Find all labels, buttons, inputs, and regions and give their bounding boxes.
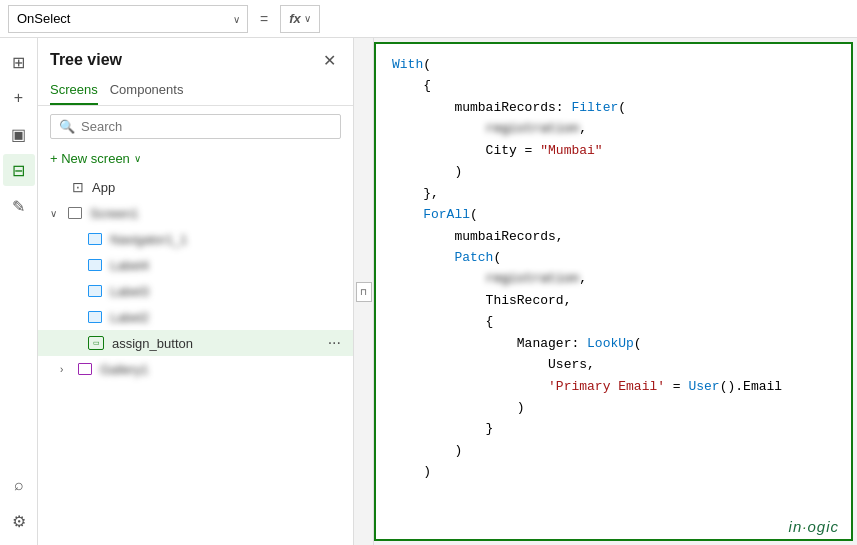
- watermark-text: in·ogic: [789, 518, 839, 535]
- sidebar-item-insert[interactable]: ▣: [3, 118, 35, 150]
- code-line-1: With(: [392, 54, 835, 75]
- screen-icon: [68, 207, 82, 219]
- sidebar-item-search[interactable]: ⌕: [3, 469, 35, 501]
- tree-item-screen1[interactable]: ∨ Screen1: [38, 200, 353, 226]
- search-box: 🔍: [50, 114, 341, 139]
- gallery1-label: Gallery1: [100, 362, 341, 377]
- label3-icon: [88, 285, 102, 297]
- tree-item-gallery1[interactable]: › Gallery1: [38, 356, 353, 382]
- code-line-9: mumbaiRecords,: [392, 226, 835, 247]
- sidebar-item-add[interactable]: +: [3, 82, 35, 114]
- tree-tabs: Screens Components: [38, 78, 353, 106]
- watermark: in·ogic: [789, 518, 839, 535]
- top-bar: OnSelect ∨ = fx ∨: [0, 0, 857, 38]
- code-line-17: ): [392, 397, 835, 418]
- icon-bar: ⊞ + ▣ ⊟ ✎ ⌕ ⚙: [0, 38, 38, 545]
- fx-chevron: ∨: [304, 13, 311, 24]
- code-line-15: Users,: [392, 354, 835, 375]
- gallery1-chevron: ›: [60, 364, 74, 375]
- code-line-18: }: [392, 418, 835, 439]
- assign-button-icon: ▭: [88, 336, 104, 350]
- tab-screens[interactable]: Screens: [50, 78, 98, 105]
- sidebar-item-edit[interactable]: ✎: [3, 190, 35, 222]
- new-screen-label: + New screen: [50, 151, 130, 166]
- code-line-6: ): [392, 161, 835, 182]
- tree-item-label4[interactable]: Label4: [38, 252, 353, 278]
- code-line-14: Manager: LookUp(: [392, 333, 835, 354]
- code-line-7: },: [392, 183, 835, 204]
- tree-body: ⊡ App ∨ Screen1 Navigator1_1: [38, 174, 353, 545]
- code-line-19: ): [392, 440, 835, 461]
- label3-label: Label3: [110, 284, 341, 299]
- tree-item-label3[interactable]: Label3: [38, 278, 353, 304]
- nav1-label: Navigator1_1: [110, 232, 341, 247]
- label2-label: Label2: [110, 310, 341, 325]
- expand-handle[interactable]: ⊓: [356, 282, 372, 302]
- screen1-chevron: ∨: [50, 208, 64, 219]
- code-panel[interactable]: With( { mumbaiRecords: Filter( registrat…: [374, 42, 853, 541]
- label2-icon: [88, 311, 102, 323]
- app-icon: ⊡: [72, 179, 84, 195]
- search-icon: 🔍: [59, 119, 75, 134]
- screen1-label: Screen1: [90, 206, 341, 221]
- new-screen-button[interactable]: + New screen ∨: [38, 147, 353, 170]
- assign-button-label: assign_button: [112, 336, 324, 351]
- sidebar-item-gear[interactable]: ⚙: [3, 505, 35, 537]
- code-line-12: ThisRecord,: [392, 290, 835, 311]
- code-line-3: mumbaiRecords: Filter(: [392, 97, 835, 118]
- label4-label: Label4: [110, 258, 341, 273]
- tree-panel: Tree view ✕ Screens Components 🔍 + New s…: [38, 38, 354, 545]
- code-line-8: ForAll(: [392, 204, 835, 225]
- fx-button[interactable]: fx ∨: [280, 5, 320, 33]
- search-input[interactable]: [81, 119, 332, 134]
- tree-close-button[interactable]: ✕: [317, 48, 341, 72]
- fx-label: fx: [289, 11, 301, 26]
- code-line-16: 'Primary Email' = User().Email: [392, 376, 835, 397]
- tree-item-assign-button[interactable]: ▭ assign_button ···: [38, 330, 353, 356]
- label4-icon: [88, 259, 102, 271]
- tree-title: Tree view: [50, 51, 122, 69]
- tree-item-label2[interactable]: Label2: [38, 304, 353, 330]
- code-line-5: City = "Mumbai": [392, 140, 835, 161]
- tab-components[interactable]: Components: [110, 78, 184, 105]
- sidebar-item-layers[interactable]: ⊞: [3, 46, 35, 78]
- gallery1-icon: [78, 363, 92, 375]
- app-label: App: [92, 180, 341, 195]
- sidebar-item-data[interactable]: ⊟: [3, 154, 35, 186]
- tree-header: Tree view ✕: [38, 38, 353, 78]
- code-line-4: registration,: [392, 118, 835, 139]
- tree-item-nav1[interactable]: Navigator1_1: [38, 226, 353, 252]
- more-options-icon[interactable]: ···: [328, 334, 341, 352]
- code-line-20: ): [392, 461, 835, 482]
- equals-sign: =: [256, 11, 272, 27]
- code-line-11: registration,: [392, 268, 835, 289]
- formula-select-wrapper: OnSelect ∨: [8, 5, 248, 33]
- tree-item-app[interactable]: ⊡ App: [38, 174, 353, 200]
- formula-select[interactable]: OnSelect: [8, 5, 248, 33]
- code-line-13: {: [392, 311, 835, 332]
- code-line-10: Patch(: [392, 247, 835, 268]
- nav1-icon: [88, 233, 102, 245]
- code-line-2: {: [392, 75, 835, 96]
- new-screen-chevron: ∨: [134, 153, 141, 164]
